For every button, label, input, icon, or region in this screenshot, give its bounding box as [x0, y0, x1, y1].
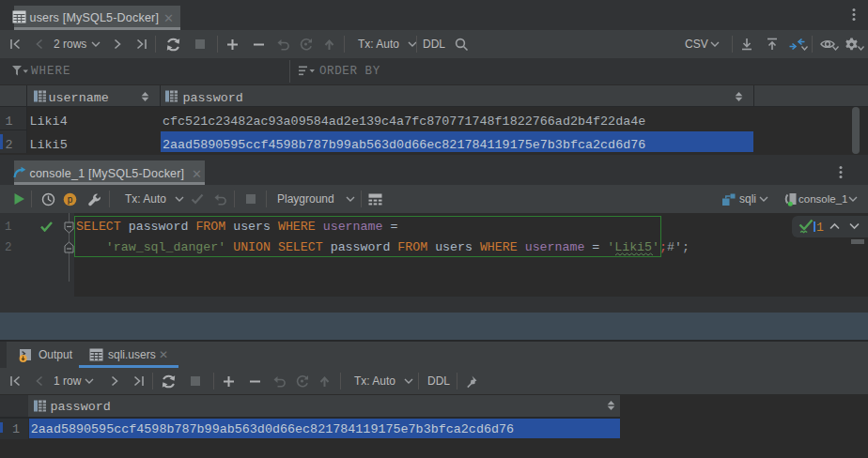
- svg-text:p: p: [68, 194, 73, 205]
